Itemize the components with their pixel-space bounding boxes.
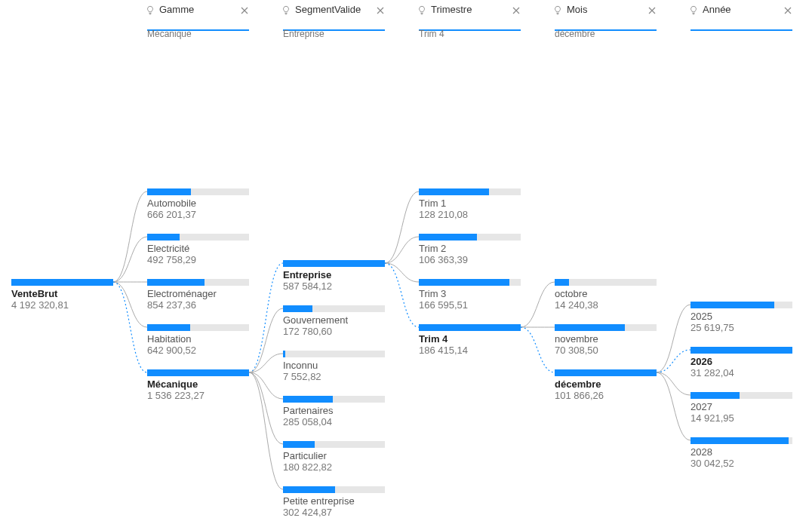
node-label: Partenaires [283,405,385,416]
tree-node[interactable]: Partenaires285 058,04 [283,396,385,427]
clear-level-icon[interactable] [783,6,792,15]
node-bar [419,234,521,241]
level-header-label: Gamme [159,4,194,15]
node-label: Automobile [147,198,249,209]
tree-node[interactable]: Electricité492 758,29 [147,234,249,265]
node-label: Entreprise [283,269,385,280]
connector [521,282,555,327]
tree-node[interactable]: Trim 3166 595,51 [419,279,521,311]
level-header-selection: Mécanique [147,29,192,39]
node-value: 587 584,12 [283,280,385,292]
connector [249,372,283,489]
tree-node[interactable]: VenteBrut4 192 320,81 [11,279,113,311]
node-bar [283,260,385,267]
node-label: Trim 2 [419,243,521,254]
tree-node[interactable]: décembre101 866,26 [555,369,657,401]
connector [249,354,283,372]
node-label: Mécanique [147,378,249,390]
tree-node[interactable]: Habitation642 900,52 [147,324,249,356]
tree-node[interactable]: octobre14 240,38 [555,279,657,311]
node-value: 302 424,87 [283,507,385,518]
node-bar [419,324,521,331]
level-header-label: Trimestre [431,4,472,15]
node-bar [283,486,385,493]
node-value: 285 058,04 [283,416,385,427]
connector [249,372,283,444]
node-bar [555,324,657,331]
connector [657,372,691,440]
node-value: 31 282,04 [691,367,792,378]
node-label: octobre [555,288,657,299]
node-value: 14 921,95 [691,412,792,424]
level-header-1[interactable]: SegmentValide [283,4,385,31]
tree-node[interactable]: Mécanique1 536 223,27 [147,369,249,401]
tree-node[interactable]: 202631 282,04 [691,347,792,378]
node-label: 2026 [691,356,792,367]
node-bar [283,396,385,403]
node-label: Trim 4 [419,333,521,345]
node-label: VenteBrut [11,288,113,299]
connector [249,263,283,372]
tree-node[interactable]: Inconnu7 552,82 [283,351,385,382]
node-value: 70 308,50 [555,345,657,356]
tree-node[interactable]: 202714 921,95 [691,392,792,424]
level-header-label: Mois [567,4,587,15]
node-label: Gouvernement [283,314,385,326]
node-value: 166 595,51 [419,299,521,311]
node-label: Trim 1 [419,198,521,209]
node-bar [691,392,792,399]
connector [249,308,283,372]
connector [385,191,419,263]
level-header-label: SegmentValide [295,4,361,15]
tree-node[interactable]: Electroménager854 237,36 [147,279,249,311]
level-header-2[interactable]: Trimestre [419,4,521,31]
node-label: Trim 3 [419,288,521,299]
tree-node[interactable]: Trim 4186 415,14 [419,324,521,356]
clear-level-icon[interactable] [376,6,385,15]
tree-node[interactable]: novembre70 308,50 [555,324,657,356]
node-value: 4 192 320,81 [11,299,113,311]
tree-node[interactable]: Gouvernement172 780,60 [283,305,385,337]
connector [657,350,691,372]
node-value: 101 866,26 [555,390,657,401]
node-bar [691,437,792,444]
node-bar [691,347,792,354]
tree-node[interactable]: Trim 2106 363,39 [419,234,521,265]
node-bar [147,188,249,195]
tree-node[interactable]: 202830 042,52 [691,437,792,469]
node-label: Electroménager [147,288,249,299]
clear-level-icon[interactable] [512,6,521,15]
node-bar [419,188,521,195]
node-label: Inconnu [283,360,385,371]
level-header-underline [691,29,792,31]
node-label: 2028 [691,446,792,458]
node-bar [147,234,249,241]
node-bar [11,279,113,286]
node-bar [147,369,249,376]
lightbulb-icon [145,5,155,16]
node-bar [283,305,385,312]
tree-node[interactable]: Automobile666 201,37 [147,188,249,220]
tree-node[interactable]: Entreprise587 584,12 [283,260,385,292]
connector [521,327,555,372]
level-header-label: Année [703,4,731,15]
level-header-4[interactable]: Année [691,4,792,31]
tree-node[interactable]: Trim 1128 210,08 [419,188,521,220]
node-value: 642 900,52 [147,345,249,356]
level-header-0[interactable]: Gamme [147,4,249,31]
node-value: 106 363,39 [419,254,521,265]
level-header-3[interactable]: Mois [555,4,657,31]
node-bar [555,369,657,376]
clear-level-icon[interactable] [647,6,657,15]
clear-level-icon[interactable] [240,6,249,15]
node-bar [283,351,385,357]
level-header-selection: Trim 4 [419,29,444,39]
node-bar [691,302,792,308]
node-bar [555,279,657,286]
tree-node[interactable]: 202525 619,75 [691,302,792,333]
tree-node[interactable]: Particulier180 822,82 [283,441,385,473]
node-bar [283,441,385,448]
tree-node[interactable]: Petite entreprise302 424,87 [283,486,385,518]
connector [657,305,691,372]
node-value: 128 210,08 [419,209,521,220]
